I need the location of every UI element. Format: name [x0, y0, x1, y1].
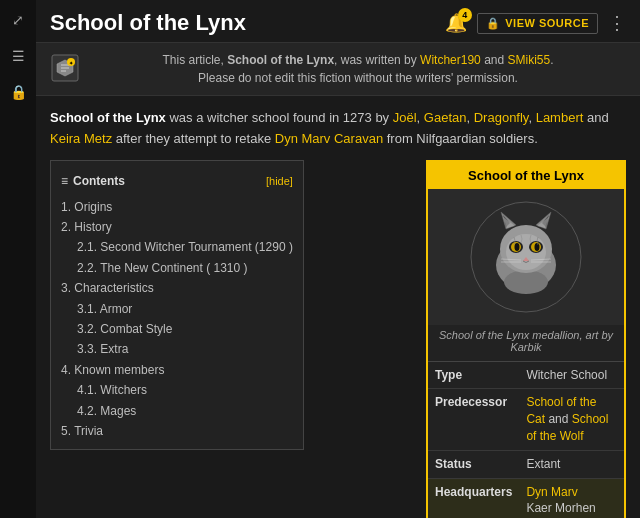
toc-item: 3. Characteristics [61, 278, 293, 298]
table-row: Type Witcher School [428, 362, 624, 389]
gaetan-link[interactable]: Gaetan [424, 110, 467, 125]
infobox-title: School of the Lynx [428, 162, 624, 189]
infobox-label: Headquarters [428, 478, 519, 518]
toc-item: 4.2. Mages [61, 401, 293, 421]
toc-item: 4. Known members [61, 360, 293, 380]
view-source-button[interactable]: 🔒 VIEW SOURCE [477, 13, 598, 34]
infobox-value: School of the Cat and School of the Wolf [519, 389, 624, 450]
infobox-label: Status [428, 450, 519, 478]
more-options-button[interactable]: ⋮ [608, 12, 626, 34]
toc-item: 1. Origins [61, 197, 293, 217]
header-actions: 🔔 4 🔒 VIEW SOURCE ⋮ [445, 12, 626, 34]
svg-point-19 [535, 243, 540, 251]
toc-hide-button[interactable]: [hide] [266, 170, 293, 192]
article-subject: School of the Lynx [50, 110, 166, 125]
notice-icon: ✦ [50, 53, 80, 83]
toc-title: ≡ Contents [61, 169, 125, 193]
table-row: Headquarters Dyn Marv Kaer Morhen (Occas… [428, 478, 624, 518]
notification-badge: 4 [458, 8, 472, 22]
infobox-image [428, 189, 624, 325]
infobox-value: Dyn Marv Kaer Morhen (Occasionally ) [519, 478, 624, 518]
toc-item: 4.1. Witchers [61, 380, 293, 400]
infobox: School of the Lynx [426, 160, 626, 518]
table-row: Predecessor School of the Cat and School… [428, 389, 624, 450]
joel-link[interactable]: Joël [393, 110, 417, 125]
page-header: School of the Lynx 🔔 4 🔒 VIEW SOURCE ⋮ [36, 0, 640, 43]
svg-point-5 [504, 270, 548, 294]
expand-icon[interactable]: ⤢ [6, 8, 30, 32]
sidebar: ⤢ ☰ 🔒 [0, 0, 36, 518]
infobox-value: Witcher School [519, 362, 624, 389]
toc-box: ≡ Contents [hide] 1. Origins 2. History … [50, 160, 304, 451]
list-icon: ≡ [61, 169, 68, 193]
toc-item: 2. History [61, 217, 293, 237]
dragonfly-link[interactable]: Dragonfly [474, 110, 529, 125]
infobox-value: Extant [519, 450, 624, 478]
left-column: ≡ Contents [hide] 1. Origins 2. History … [50, 160, 414, 518]
infobox-label: Predecessor [428, 389, 519, 450]
content-layout: ≡ Contents [hide] 1. Origins 2. History … [50, 160, 626, 518]
dynmarv-link[interactable]: Dyn Marv Caravan [275, 131, 383, 146]
toc-item: 2.2. The New Continent ( 1310 ) [61, 258, 293, 278]
menu-icon[interactable]: ☰ [6, 44, 30, 68]
infobox-table: Type Witcher School Predecessor School o… [428, 362, 624, 518]
infobox-caption: School of the Lynx medallion, art by Kar… [428, 325, 624, 362]
content-area: School of the Lynx was a witcher school … [36, 96, 640, 518]
intro-paragraph: School of the Lynx was a witcher school … [50, 108, 626, 150]
table-row: Status Extant [428, 450, 624, 478]
toc-item: 5. Trivia [61, 421, 293, 441]
toc-item: 3.1. Armor [61, 299, 293, 319]
toc-header: ≡ Contents [hide] [61, 169, 293, 193]
notifications-button[interactable]: 🔔 4 [445, 12, 467, 34]
toc-list: 1. Origins 2. History 2.1. Second Witche… [61, 197, 293, 442]
notice-text: This article, School of the Lynx, was wr… [90, 51, 626, 87]
main-content: School of the Lynx 🔔 4 🔒 VIEW SOURCE ⋮ ✦ [36, 0, 640, 518]
lambert-link[interactable]: Lambert [536, 110, 584, 125]
notice-bar: ✦ This article, School of the Lynx, was … [36, 43, 640, 96]
hq-dynmarv-link[interactable]: Dyn Marv [526, 485, 577, 499]
toc-item: 3.3. Extra [61, 339, 293, 359]
lock-icon[interactable]: 🔒 [6, 80, 30, 104]
author1-link[interactable]: Witcher190 [420, 53, 481, 67]
keira-link[interactable]: Keira Metz [50, 131, 112, 146]
page-title: School of the Lynx [50, 10, 246, 36]
infobox-label: Type [428, 362, 519, 389]
toc-item: 3.2. Combat Style [61, 319, 293, 339]
author2-link[interactable]: SMiki55 [508, 53, 551, 67]
toc-item: 2.1. Second Witcher Tournament (1290 ) [61, 237, 293, 257]
lock-small-icon: 🔒 [486, 17, 501, 30]
svg-point-13 [506, 234, 546, 270]
svg-point-18 [515, 243, 520, 251]
